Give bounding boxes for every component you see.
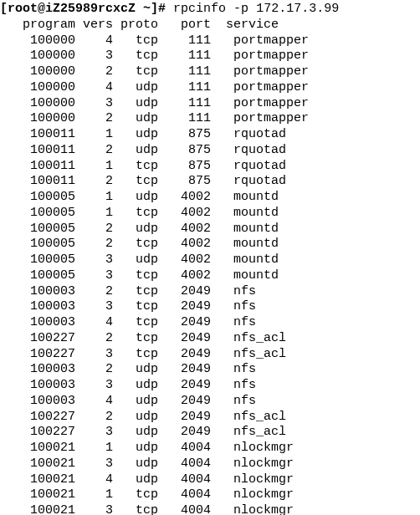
table-header: program vers proto port service <box>0 18 279 32</box>
prompt-prefix: [ <box>0 2 8 16</box>
terminal-output[interactable]: [root@iZ25989rcxcZ ~]# rpcinfo -p 172.17… <box>0 0 420 515</box>
prompt-line: [root@iZ25989rcxcZ ~]# <box>0 2 173 16</box>
prompt-at: @ <box>38 2 45 16</box>
prompt-host: iZ25989rcxcZ <box>45 2 136 16</box>
prompt-command: rpcinfo -p 172.17.3.99 <box>173 2 339 16</box>
table-body: 100000 4 tcp 111 portmapper 100000 3 tcp… <box>0 33 309 516</box>
prompt-user: root <box>8 2 38 16</box>
prompt-suffix: ]# <box>151 2 173 16</box>
prompt-cwd: ~ <box>136 2 151 16</box>
